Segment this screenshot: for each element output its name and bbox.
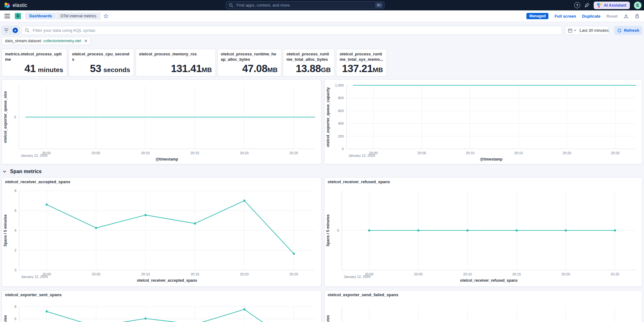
svg-text:6: 6 [14, 209, 16, 212]
svg-text:Spans / 5 minutes: Spans / 5 minutes [3, 214, 8, 246]
svg-text:20:05: 20:05 [92, 272, 101, 276]
svg-text:Spans / 5 minutes: Spans / 5 minutes [3, 315, 8, 322]
svg-text:otelcol_receiver_accepted_span: otelcol_receiver_accepted_spans [137, 278, 197, 283]
svg-text:January 12, 2026: January 12, 2026 [348, 154, 375, 157]
menu-hamburger-icon[interactable] [4, 14, 10, 18]
section-span-metrics[interactable]: Span metrics [3, 167, 42, 176]
line-chart[interactable]: 020:0020:0520:1020:1520:2020:25January 1… [325, 178, 642, 286]
svg-text:Spans / 5 minutes: Spans / 5 minutes [326, 315, 330, 322]
svg-text:January 12, 2026: January 12, 2026 [344, 275, 370, 279]
elastic-logo-icon [4, 2, 10, 8]
metric-value: 137.21MB [342, 63, 383, 75]
svg-text:@timestamp: @timestamp [480, 157, 502, 161]
metric-card-total-sys-memory[interactable]: otelcol_process_runtime_total_sys_memo..… [336, 49, 387, 76]
download-icon[interactable] [624, 14, 629, 19]
svg-text:0: 0 [337, 229, 339, 232]
chart-panel-exporter-send-failed-spans: otelcol_exporter_send_failed_spans 020:0… [324, 290, 642, 322]
svg-text:8: 8 [14, 189, 16, 193]
elastic-brand[interactable]: elastic [4, 0, 27, 10]
panel-title: otelcol_receiver_accepted_spans [5, 179, 70, 184]
metric-card-cpu-seconds[interactable]: otelcol_process_cpu_seconds 53seconds [69, 49, 134, 76]
kql-input[interactable] [32, 28, 559, 33]
metric-value: 47.08MB [242, 63, 278, 75]
line-chart[interactable]: 02004006008001,00020:0020:0520:1020:1520… [325, 80, 642, 164]
chart-panel-exporter-queue-capacity: 02004006008001,00020:0020:0520:1020:1520… [324, 79, 642, 164]
add-filter-button[interactable]: + [11, 26, 20, 35]
svg-text:20:10: 20:10 [141, 272, 150, 276]
metric-card-memory-rss[interactable]: otelcol_process_memory_rss 131.41MB [136, 49, 216, 76]
metric-value: 13.88GB [296, 63, 331, 75]
svg-text:1,000: 1,000 [335, 83, 344, 87]
user-avatar[interactable]: E [634, 2, 641, 9]
svg-text:20:20: 20:20 [563, 151, 571, 155]
chart-panel-exporter-sent-spans: otelcol_exporter_sent_spans 0246820:0020… [2, 290, 321, 322]
metric-value: 131.41MB [171, 63, 212, 75]
line-chart[interactable]: 020:0020:0520:1020:1520:2020:25January 1… [2, 80, 321, 164]
svg-text:20:15: 20:15 [191, 272, 199, 276]
svg-text:20:15: 20:15 [191, 151, 199, 155]
metric-value: 41minutes [25, 63, 63, 75]
calendar-dropdown-button[interactable] [565, 26, 580, 35]
close-icon[interactable]: ✕ [84, 39, 88, 43]
metric-title: otelcol_process_runtime_heap_alloc_bytes [221, 52, 278, 62]
time-range-label[interactable]: Last 30 minutes [580, 26, 609, 35]
svg-text:20:25: 20:25 [289, 272, 298, 276]
navbar-right-controls: ? AI Assistant E [574, 0, 641, 10]
help-icon[interactable]: ? [574, 2, 580, 8]
keyboard-shortcut-badge: ⌘/ [375, 3, 383, 8]
svg-text:20:20: 20:20 [240, 151, 249, 155]
svg-text:20:20: 20:20 [562, 272, 570, 276]
svg-text:6: 6 [14, 317, 16, 321]
metric-card-heap-alloc[interactable]: otelcol_process_runtime_heap_alloc_bytes… [217, 49, 281, 76]
svg-text:otelcol_receiver_refused_spans: otelcol_receiver_refused_spans [460, 278, 518, 283]
breadcrumb-current-page[interactable]: OTel internal metrics [55, 13, 100, 20]
svg-text:January 12, 2026: January 12, 2026 [21, 275, 48, 279]
dashboard-app: elastic ⌘/ ? [0, 0, 644, 322]
share-icon[interactable] [635, 14, 640, 19]
svg-text:800: 800 [338, 96, 344, 100]
refresh-button[interactable]: Refresh [614, 26, 642, 35]
metric-title: otelcol_process_memory_rss [139, 52, 212, 57]
line-chart[interactable]: 0246820:0020:0520:1020:1520:2020:25Janua… [2, 178, 321, 286]
reset-button[interactable]: Reset [607, 14, 618, 19]
refresh-label: Refresh [624, 28, 639, 33]
svg-text:0: 0 [342, 147, 344, 151]
global-search[interactable]: ⌘/ [226, 1, 385, 9]
kql-query-bar[interactable] [21, 26, 562, 35]
managed-badge[interactable]: Managed [526, 13, 548, 19]
chart-panel-receiver-accepted-spans: otelcol_receiver_accepted_spans 0246820:… [2, 177, 321, 287]
dashboard-toolbar: D Dashboards OTel internal metrics Manag… [0, 10, 644, 22]
svg-text:0: 0 [14, 115, 16, 119]
svg-text:Spans / 5 minutes: Spans / 5 minutes [326, 214, 330, 246]
metric-card-total-alloc[interactable]: otelcol_process_runtime_total_alloc_byte… [283, 49, 335, 76]
metric-card-uptime[interactable]: metrics.otelcol_process_uptime 41minutes [2, 49, 67, 76]
ai-assistant-icon [597, 3, 602, 8]
section-title: Span metrics [10, 169, 42, 174]
global-search-input[interactable] [236, 3, 373, 8]
chevron-down-icon [3, 170, 7, 174]
space-badge[interactable]: D [15, 13, 21, 19]
filter-pill-value: collectortelemetry.otel [43, 39, 81, 43]
ai-assistant-button[interactable]: AI Assistant [594, 2, 630, 9]
svg-text:20:05: 20:05 [418, 151, 426, 155]
metric-title: otelcol_process_runtime_total_sys_memo..… [340, 52, 383, 62]
top-navbar: elastic ⌘/ ? [0, 0, 644, 10]
plus-icon: + [13, 28, 18, 33]
breadcrumb-dashboards[interactable]: Dashboards [25, 13, 57, 20]
search-icon [25, 28, 30, 33]
svg-text:January 12, 2026: January 12, 2026 [21, 154, 47, 157]
news-feed-icon[interactable] [584, 3, 590, 8]
svg-text:600: 600 [338, 109, 344, 113]
full-screen-button[interactable]: Full screen [554, 14, 576, 19]
filter-pill[interactable]: data_stream.dataset: collectortelemetry.… [2, 37, 91, 45]
favorite-star-icon[interactable] [103, 14, 108, 19]
filter-menu-button[interactable] [2, 26, 11, 35]
duplicate-button[interactable]: Duplicate [582, 14, 601, 19]
metric-cards-row: metrics.otelcol_process_uptime 41minutes… [2, 49, 387, 76]
svg-text:2: 2 [14, 248, 16, 252]
filter-pill-field: data_stream.dataset: [5, 39, 42, 43]
svg-text:20:15: 20:15 [514, 151, 523, 155]
svg-text:20:15: 20:15 [512, 272, 521, 276]
time-picker: Last 30 minutes [565, 26, 609, 35]
metric-title: otelcol_process_runtime_total_alloc_byte… [286, 52, 331, 62]
